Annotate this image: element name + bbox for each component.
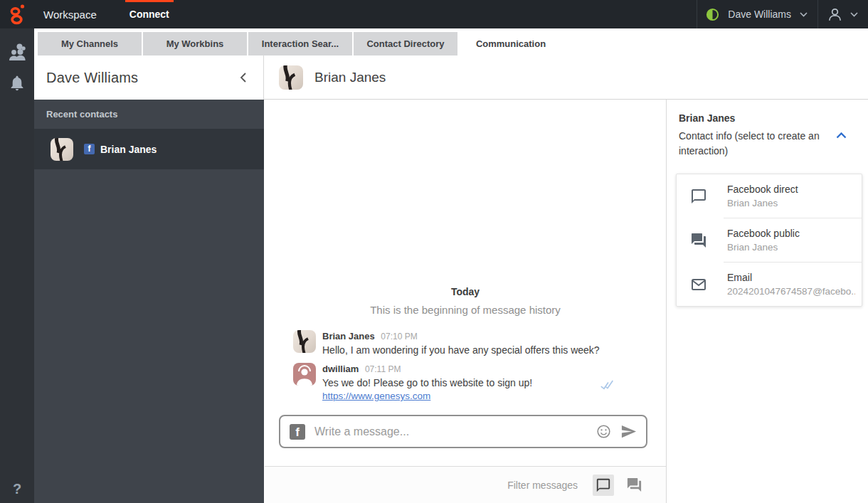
message-time: 07:11 PM	[365, 364, 401, 374]
contact-info-name: Brian Janes	[679, 112, 857, 124]
channel-label: Facebook public	[727, 228, 800, 239]
channel-label: Email	[727, 272, 855, 283]
message-sender: Brian Janes	[322, 331, 375, 341]
channel-value: Brian Janes	[727, 198, 798, 208]
facebook-icon: f	[84, 144, 95, 154]
tab-communication[interactable]: Communication	[459, 32, 563, 55]
genesys-logo[interactable]	[0, 0, 34, 28]
brand-title: Workspace	[43, 9, 97, 21]
user-name: Dave Williams	[728, 9, 791, 20]
left-icon-rail: ?	[0, 28, 34, 503]
contact-channels-card: Facebook direct Brian Janes Facebook pub…	[676, 174, 862, 307]
channel-value: 2024201047674587@facebo...	[727, 286, 855, 297]
chevron-up-icon	[836, 132, 847, 139]
recent-contacts-header: Recent contacts	[34, 100, 264, 129]
chevron-down-icon	[850, 12, 858, 17]
tab-interaction-search[interactable]: Interaction Sear...	[248, 32, 352, 55]
smiley-icon	[596, 424, 611, 439]
contact-avatar	[279, 65, 303, 90]
collapse-panel-button[interactable]	[235, 69, 252, 86]
read-receipt	[600, 379, 615, 394]
genesys-logo-icon	[8, 4, 26, 25]
contact-list-item[interactable]: f Brian Janes	[34, 129, 264, 169]
contacts-button[interactable]	[0, 36, 34, 68]
contact-avatar	[51, 138, 73, 161]
agent-settings-menu[interactable]	[818, 6, 868, 23]
message-text: Hello, I am wondering if you have any sp…	[322, 344, 600, 356]
contact-name: Brian Janes	[100, 144, 157, 155]
module-label: Connect	[129, 9, 169, 20]
bell-icon	[9, 75, 26, 92]
message-composer: f	[279, 415, 647, 448]
chat-contact-name: Brian Janes	[314, 70, 386, 85]
double-check-icon	[600, 379, 615, 391]
message-link[interactable]: https://www.genesys.com	[322, 391, 430, 401]
tab-contact-directory[interactable]: Contact Directory	[354, 32, 457, 55]
filter-messages-label: Filter messages	[507, 480, 578, 491]
message-text: Yes we do! Please go to this website to …	[322, 376, 532, 389]
people-chat-icon	[8, 43, 27, 62]
filter-direct-messages-button[interactable]	[593, 475, 614, 496]
channel-value: Brian Janes	[727, 242, 800, 253]
facebook-channel-icon: f	[290, 424, 305, 440]
chat-message: Brian Janes 07:10 PM Hello, I am wonderi…	[293, 330, 600, 356]
chevron-left-icon	[240, 72, 247, 83]
chat-header: Brian Janes	[264, 55, 868, 100]
topbar-right: Dave Williams	[697, 0, 868, 28]
tab-my-workbins[interactable]: My Workbins	[143, 32, 247, 55]
agent-panel-header: Dave Williams	[34, 55, 264, 100]
collapse-contact-info-button[interactable]	[834, 129, 848, 141]
channel-email[interactable]: Email 2024201047674587@facebo...	[677, 263, 862, 306]
send-icon	[620, 423, 637, 440]
workspace-tabs: My Channels My Workbins Interaction Sear…	[34, 28, 868, 55]
day-divider: Today	[265, 286, 666, 297]
chat-transcript: Today This is the beginning of message h…	[265, 100, 666, 466]
active-module-indicator	[125, 0, 174, 2]
message-time: 07:10 PM	[381, 332, 417, 341]
status-ready-icon	[706, 8, 719, 21]
filter-public-messages-button[interactable]	[623, 475, 645, 496]
email-icon	[690, 276, 707, 293]
notifications-button[interactable]	[0, 68, 34, 99]
agent-avatar	[293, 363, 316, 386]
recent-contacts-panel: Recent contacts f Brian Janes	[34, 100, 264, 503]
channel-facebook-public[interactable]: Facebook public Brian Janes	[677, 218, 862, 262]
help-button[interactable]: ?	[13, 481, 21, 497]
contact-info-header: Brian Janes Contact info (select to crea…	[667, 100, 868, 159]
agent-icon	[827, 6, 843, 23]
chat-bubbles-icon	[690, 232, 707, 249]
contact-photo	[293, 330, 316, 353]
agent-silhouette-icon	[293, 363, 316, 386]
agent-panel-title: Dave Williams	[46, 70, 138, 86]
message-input[interactable]	[314, 425, 587, 438]
channel-facebook-direct[interactable]: Facebook direct Brian Janes	[677, 174, 862, 218]
emoji-button[interactable]	[596, 424, 611, 439]
contact-info-panel: Brian Janes Contact info (select to crea…	[666, 100, 868, 503]
workspace-app: Workspace Connect Dave Williams	[0, 0, 868, 503]
chat-filter-bar: Filter messages	[265, 466, 666, 503]
channel-label: Facebook direct	[727, 184, 798, 195]
contact-info-subtitle: Contact info (select to create an intera…	[679, 129, 830, 159]
user-status-menu[interactable]: Dave Williams	[697, 8, 817, 21]
contact-photo	[279, 65, 303, 90]
chat-bubble-outline-icon	[596, 477, 611, 493]
tab-my-channels[interactable]: My Channels	[38, 32, 142, 55]
chevron-down-icon	[800, 12, 808, 17]
chat-bubble-icon	[690, 188, 707, 205]
chat-bubbles-icon	[626, 477, 642, 493]
chat-message: dwilliam 07:11 PM Yes we do! Please go t…	[293, 363, 532, 402]
tab-connect[interactable]: Connect	[127, 0, 171, 28]
contact-avatar	[293, 330, 316, 353]
send-button[interactable]	[620, 423, 637, 440]
top-bar: Workspace Connect Dave Williams	[0, 0, 868, 28]
history-note: This is the beginning of message history	[265, 304, 666, 316]
contact-photo	[51, 138, 73, 161]
message-sender: dwilliam	[322, 364, 359, 374]
